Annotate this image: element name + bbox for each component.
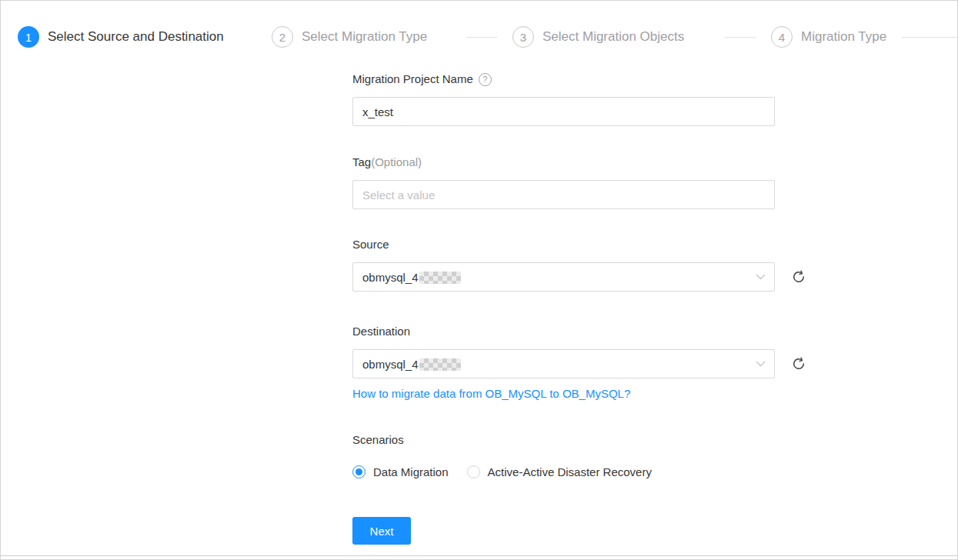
- migration-wizard-page: 1 Select Source and Destination 2 Select…: [0, 0, 958, 560]
- question-circle-icon[interactable]: ?: [479, 73, 492, 86]
- radio-data-migration-label: Data Migration: [373, 465, 449, 478]
- source-label: Source: [352, 237, 775, 252]
- destination-select[interactable]: obmysql_4: [352, 349, 775, 378]
- radio-active-active-disaster-recovery[interactable]: Active-Active Disaster Recovery: [467, 465, 652, 478]
- destination-select-row: obmysql_4: [352, 349, 775, 378]
- field-scenarios: Scenarios Data Migration Active-Active D…: [352, 432, 775, 478]
- source-refresh-button[interactable]: [791, 269, 806, 285]
- refresh-icon: [791, 269, 806, 285]
- destination-label: Destination: [352, 324, 775, 339]
- migration-project-name-label-text: Migration Project Name: [352, 72, 473, 87]
- chevron-down-icon: [756, 274, 766, 280]
- step-3-label: Select Migration Objects: [542, 29, 709, 45]
- step-2-label: Select Migration Type: [302, 29, 451, 45]
- step-2-circle: 2: [272, 26, 293, 48]
- chevron-down-icon: [756, 361, 766, 367]
- refresh-icon: [791, 356, 806, 372]
- step-1-label: Select Source and Destination: [48, 29, 256, 45]
- step-3-circle: 3: [512, 26, 534, 48]
- radio-dot: [355, 468, 362, 475]
- migration-help-link[interactable]: How to migrate data from OB_MySQL to OB_…: [352, 387, 630, 400]
- migration-project-name-input[interactable]: [352, 97, 775, 126]
- step-select-source-and-destination: 1 Select Source and Destination: [18, 26, 256, 48]
- redacted-blur: [419, 272, 461, 284]
- scenarios-label: Scenarios: [352, 432, 775, 448]
- migration-form: Migration Project Name ? Tag(Optional) S…: [352, 72, 775, 545]
- step-4-label: Migration Type: [801, 29, 886, 45]
- next-button[interactable]: Next: [352, 517, 411, 545]
- step-select-migration-type: 2 Select Migration Type: [272, 26, 451, 48]
- field-destination: Destination obmysql_4 How to migrate dat…: [352, 324, 775, 401]
- tag-optional-suffix: (Optional): [371, 155, 422, 170]
- step-select-migration-objects: 3 Select Migration Objects: [512, 26, 709, 48]
- wizard-steps-bar: 1 Select Source and Destination 2 Select…: [1, 1, 957, 56]
- step-migration-type: 4 Migration Type: [771, 26, 886, 48]
- tag-label-text: Tag: [352, 155, 371, 170]
- field-migration-project-name: Migration Project Name ?: [352, 72, 775, 126]
- step-4-circle: 4: [771, 26, 793, 48]
- migration-project-name-label: Migration Project Name ?: [352, 72, 775, 87]
- radio-selected-icon: [352, 465, 366, 478]
- scenarios-radio-group: Data Migration Active-Active Disaster Re…: [352, 465, 775, 478]
- radio-unselected-icon: [467, 465, 480, 478]
- source-select-value: obmysql_4: [362, 271, 461, 284]
- source-select[interactable]: obmysql_4: [352, 262, 775, 292]
- step-connector: [725, 37, 756, 38]
- tag-select-input[interactable]: [352, 180, 775, 209]
- destination-select-value: obmysql_4: [362, 358, 461, 371]
- field-source: Source obmysql_4: [352, 237, 775, 292]
- redacted-blur: [419, 358, 461, 371]
- field-tag: Tag(Optional): [352, 155, 775, 209]
- radio-data-migration[interactable]: Data Migration: [352, 465, 449, 478]
- step-connector: [466, 37, 497, 38]
- bottom-divider: [1, 555, 957, 556]
- destination-refresh-button[interactable]: [791, 356, 806, 372]
- step-connector: [902, 37, 957, 38]
- tag-label: Tag(Optional): [352, 155, 775, 170]
- source-select-row: obmysql_4: [352, 262, 775, 292]
- radio-active-active-label: Active-Active Disaster Recovery: [488, 465, 652, 478]
- step-1-circle: 1: [18, 26, 39, 48]
